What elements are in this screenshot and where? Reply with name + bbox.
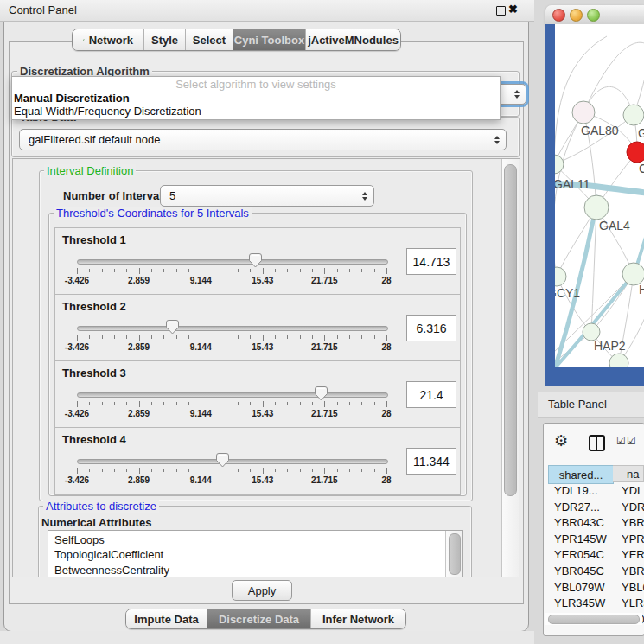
settings-scrollbar-thumb[interactable] — [504, 164, 517, 496]
column-header-shared-name[interactable]: shared... — [548, 465, 614, 484]
attribute-list-item[interactable]: SelfLoops — [48, 532, 462, 548]
tab-label: Select — [193, 34, 226, 47]
slider-tick — [287, 269, 288, 272]
table-cell-shared-name[interactable]: YBL079W — [554, 581, 605, 594]
close-icon[interactable]: ✖ — [508, 3, 518, 16]
slider-tick — [188, 335, 189, 339]
table-cell-name[interactable]: YER0 — [622, 548, 644, 561]
popup-placeholder[interactable]: Select algorithm to view settings — [12, 78, 500, 91]
checkbox-icon[interactable]: ☑ — [616, 436, 626, 446]
table-cell-shared-name[interactable]: YER054C — [554, 548, 604, 561]
tab-discretize-data[interactable]: Discretize Data — [207, 609, 310, 628]
tab-style[interactable]: Style — [143, 29, 185, 50]
threshold-panel: Threshold 2-3.4262.8599.14415.4321.71528… — [54, 294, 461, 362]
columns-icon[interactable] — [589, 435, 605, 451]
slider-tick — [176, 469, 177, 472]
tab-network[interactable]: Network — [73, 29, 143, 50]
attribute-list-item[interactable]: TopologicalCoefficient — [48, 548, 462, 564]
table-cell-shared-name[interactable]: YDR27... — [554, 501, 600, 513]
table-cell-shared-name[interactable]: YDL19... — [554, 484, 598, 497]
network-edge — [583, 42, 644, 112]
threshold-slider-track[interactable] — [77, 259, 388, 265]
float-window-icon[interactable] — [496, 6, 506, 16]
network-canvas[interactable]: GAL80GCGAL11GAL4GCY1HHAP2 — [555, 24, 644, 367]
minimize-traffic-light-icon[interactable] — [570, 9, 583, 22]
threshold-value-field[interactable]: 21.4 — [406, 381, 456, 408]
network-node-label: HAP2 — [594, 339, 626, 353]
slider-tick — [275, 269, 276, 272]
slider-tick — [374, 402, 375, 405]
network-window-titlebar[interactable] — [545, 5, 644, 25]
slider-tick — [287, 335, 288, 339]
num-intervals-value: 5 — [169, 189, 175, 202]
network-node[interactable] — [627, 142, 644, 163]
table-data-combo[interactable]: galFiltered.sif default node — [19, 129, 507, 150]
table-cell-name[interactable]: YBR0 — [622, 564, 644, 577]
slider-tick — [312, 269, 313, 272]
attributes-scrollbar-thumb[interactable] — [449, 533, 461, 575]
network-node[interactable] — [555, 267, 566, 286]
slider-tick — [337, 335, 338, 339]
threshold-value-field[interactable]: 14.713 — [406, 248, 456, 275]
panel-title: Control Panel — [9, 3, 77, 16]
threshold-value-field[interactable]: 11.344 — [406, 448, 456, 475]
table-cell-name[interactable]: YBL0 — [622, 581, 644, 594]
column-header-name[interactable]: na — [613, 465, 644, 482]
slider-tick-label: 21.715 — [298, 475, 350, 485]
table-cell-shared-name[interactable]: YPR145W — [554, 532, 607, 545]
slider-tick — [349, 269, 350, 272]
table-cell-name[interactable]: YDR2 — [622, 501, 644, 513]
threshold-value-field[interactable]: 6.316 — [406, 315, 456, 341]
tab-label: jActiveMNodules — [308, 34, 399, 47]
settings-scrollbar[interactable] — [501, 159, 519, 577]
zoom-traffic-light-icon[interactable] — [587, 9, 600, 22]
table-cell-name[interactable]: YLR3 — [622, 596, 644, 609]
table-panel-header: Table Panel — [538, 392, 644, 418]
threshold-slider-thumb[interactable] — [166, 320, 179, 335]
slider-tick — [126, 469, 127, 472]
table-cell-shared-name[interactable]: YBR043C — [554, 516, 604, 529]
slider-tick — [176, 402, 177, 405]
threshold-label: Threshold 3 — [62, 367, 126, 379]
threshold-slider-track[interactable] — [77, 459, 388, 464]
num-intervals-combo[interactable]: 5 — [160, 185, 374, 207]
threshold-slider-thumb[interactable] — [249, 253, 262, 268]
threshold-slider-track[interactable] — [77, 326, 388, 331]
network-node[interactable] — [583, 323, 600, 341]
table-cell-name[interactable]: YBR0 — [622, 516, 644, 529]
slider-tick — [214, 402, 214, 405]
slider-tick — [386, 401, 387, 407]
table-cell-shared-name[interactable]: YBR045C — [554, 564, 604, 577]
algorithm-option[interactable]: Equal Width/Frequency Discretization — [14, 105, 201, 118]
numerical-attributes-list[interactable]: SelfLoopsTopologicalCoefficientBetweenne… — [48, 530, 463, 577]
algorithm-option[interactable]: Manual Discretization — [14, 92, 130, 105]
tab-impute-data[interactable]: Impute Data — [126, 609, 207, 628]
threshold-slider-track[interactable] — [77, 392, 388, 398]
threshold-panel: Threshold 3-3.4262.8599.14415.4321.71528… — [54, 360, 461, 429]
attributes-list-scrollbar[interactable] — [445, 531, 462, 577]
table-cell-name[interactable]: YDL1 — [622, 484, 644, 497]
network-node[interactable] — [584, 195, 609, 220]
threshold-slider-thumb[interactable] — [216, 453, 229, 468]
table-cell-name[interactable]: YPR1 — [622, 532, 644, 545]
table-cell-shared-name[interactable]: YLR345W — [554, 596, 605, 609]
table-hscrollbar-thumb[interactable] — [548, 615, 640, 624]
combo-stepper-icon — [514, 90, 520, 99]
tab-infer-network[interactable]: Infer Network — [310, 609, 405, 628]
network-node[interactable] — [609, 354, 628, 367]
tab-cyni-toolbox[interactable]: Cyni Toolbox — [233, 29, 305, 50]
attribute-list-item[interactable]: BetweennessCentrality — [48, 563, 462, 577]
network-node[interactable] — [555, 155, 564, 174]
network-frame-border — [545, 24, 555, 386]
gear-icon[interactable]: ⚙ — [554, 433, 568, 449]
threshold-slider-thumb[interactable] — [315, 386, 328, 401]
tab-label: Infer Network — [322, 613, 394, 626]
apply-button[interactable]: Apply — [232, 580, 292, 601]
network-node[interactable] — [572, 101, 595, 124]
tab-select[interactable]: Select — [185, 29, 233, 50]
tab-jactivemnodules[interactable]: jActiveMNodules — [305, 29, 400, 50]
table-hscrollbar[interactable] — [545, 613, 642, 625]
checkbox-icon[interactable]: ☑ — [627, 436, 636, 446]
close-traffic-light-icon[interactable] — [552, 9, 565, 22]
network-node[interactable] — [623, 105, 644, 125]
